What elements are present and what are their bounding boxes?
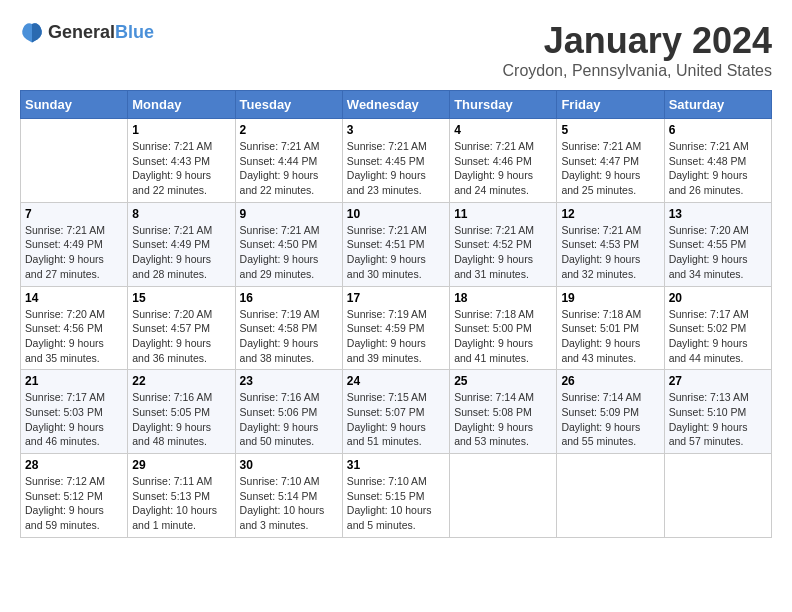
cell-info: Sunrise: 7:21 AMSunset: 4:44 PMDaylight:… [240, 139, 338, 198]
day-header-friday: Friday [557, 91, 664, 119]
cell-info: Sunrise: 7:21 AMSunset: 4:49 PMDaylight:… [25, 223, 123, 282]
calendar-cell: 5Sunrise: 7:21 AMSunset: 4:47 PMDaylight… [557, 119, 664, 203]
day-number: 13 [669, 207, 767, 221]
cell-info: Sunrise: 7:11 AMSunset: 5:13 PMDaylight:… [132, 474, 230, 533]
cell-info: Sunrise: 7:10 AMSunset: 5:14 PMDaylight:… [240, 474, 338, 533]
location-title: Croydon, Pennsylvania, United States [503, 62, 772, 80]
day-number: 8 [132, 207, 230, 221]
page-header: GeneralBlue January 2024 Croydon, Pennsy… [20, 20, 772, 80]
day-header-saturday: Saturday [664, 91, 771, 119]
calendar-cell: 2Sunrise: 7:21 AMSunset: 4:44 PMDaylight… [235, 119, 342, 203]
calendar-cell: 4Sunrise: 7:21 AMSunset: 4:46 PMDaylight… [450, 119, 557, 203]
cell-info: Sunrise: 7:21 AMSunset: 4:49 PMDaylight:… [132, 223, 230, 282]
calendar-cell: 13Sunrise: 7:20 AMSunset: 4:55 PMDayligh… [664, 202, 771, 286]
calendar-cell: 20Sunrise: 7:17 AMSunset: 5:02 PMDayligh… [664, 286, 771, 370]
logo: GeneralBlue [20, 20, 154, 44]
calendar-cell: 9Sunrise: 7:21 AMSunset: 4:50 PMDaylight… [235, 202, 342, 286]
calendar-cell: 25Sunrise: 7:14 AMSunset: 5:08 PMDayligh… [450, 370, 557, 454]
calendar-cell: 12Sunrise: 7:21 AMSunset: 4:53 PMDayligh… [557, 202, 664, 286]
calendar-cell [21, 119, 128, 203]
logo-text: GeneralBlue [48, 22, 154, 43]
calendar-cell: 31Sunrise: 7:10 AMSunset: 5:15 PMDayligh… [342, 454, 449, 538]
day-number: 19 [561, 291, 659, 305]
calendar-cell: 22Sunrise: 7:16 AMSunset: 5:05 PMDayligh… [128, 370, 235, 454]
day-number: 14 [25, 291, 123, 305]
day-number: 3 [347, 123, 445, 137]
calendar-cell: 6Sunrise: 7:21 AMSunset: 4:48 PMDaylight… [664, 119, 771, 203]
calendar-cell: 16Sunrise: 7:19 AMSunset: 4:58 PMDayligh… [235, 286, 342, 370]
cell-info: Sunrise: 7:21 AMSunset: 4:52 PMDaylight:… [454, 223, 552, 282]
cell-info: Sunrise: 7:17 AMSunset: 5:03 PMDaylight:… [25, 390, 123, 449]
day-number: 21 [25, 374, 123, 388]
calendar-cell [450, 454, 557, 538]
day-header-wednesday: Wednesday [342, 91, 449, 119]
day-number: 20 [669, 291, 767, 305]
calendar-cell: 7Sunrise: 7:21 AMSunset: 4:49 PMDaylight… [21, 202, 128, 286]
cell-info: Sunrise: 7:21 AMSunset: 4:45 PMDaylight:… [347, 139, 445, 198]
calendar-cell: 10Sunrise: 7:21 AMSunset: 4:51 PMDayligh… [342, 202, 449, 286]
calendar-cell: 11Sunrise: 7:21 AMSunset: 4:52 PMDayligh… [450, 202, 557, 286]
cell-info: Sunrise: 7:21 AMSunset: 4:51 PMDaylight:… [347, 223, 445, 282]
calendar-cell: 27Sunrise: 7:13 AMSunset: 5:10 PMDayligh… [664, 370, 771, 454]
week-row-1: 1Sunrise: 7:21 AMSunset: 4:43 PMDaylight… [21, 119, 772, 203]
calendar-cell: 15Sunrise: 7:20 AMSunset: 4:57 PMDayligh… [128, 286, 235, 370]
day-number: 2 [240, 123, 338, 137]
cell-info: Sunrise: 7:13 AMSunset: 5:10 PMDaylight:… [669, 390, 767, 449]
week-row-2: 7Sunrise: 7:21 AMSunset: 4:49 PMDaylight… [21, 202, 772, 286]
cell-info: Sunrise: 7:10 AMSunset: 5:15 PMDaylight:… [347, 474, 445, 533]
calendar-table: SundayMondayTuesdayWednesdayThursdayFrid… [20, 90, 772, 538]
calendar-cell [664, 454, 771, 538]
cell-info: Sunrise: 7:17 AMSunset: 5:02 PMDaylight:… [669, 307, 767, 366]
day-number: 1 [132, 123, 230, 137]
title-section: January 2024 Croydon, Pennsylvania, Unit… [503, 20, 772, 80]
week-row-4: 21Sunrise: 7:17 AMSunset: 5:03 PMDayligh… [21, 370, 772, 454]
cell-info: Sunrise: 7:21 AMSunset: 4:53 PMDaylight:… [561, 223, 659, 282]
day-number: 9 [240, 207, 338, 221]
day-number: 31 [347, 458, 445, 472]
calendar-cell: 3Sunrise: 7:21 AMSunset: 4:45 PMDaylight… [342, 119, 449, 203]
day-number: 11 [454, 207, 552, 221]
cell-info: Sunrise: 7:20 AMSunset: 4:57 PMDaylight:… [132, 307, 230, 366]
calendar-cell: 30Sunrise: 7:10 AMSunset: 5:14 PMDayligh… [235, 454, 342, 538]
calendar-cell: 18Sunrise: 7:18 AMSunset: 5:00 PMDayligh… [450, 286, 557, 370]
cell-info: Sunrise: 7:14 AMSunset: 5:08 PMDaylight:… [454, 390, 552, 449]
cell-info: Sunrise: 7:19 AMSunset: 4:59 PMDaylight:… [347, 307, 445, 366]
day-number: 30 [240, 458, 338, 472]
day-number: 15 [132, 291, 230, 305]
day-number: 25 [454, 374, 552, 388]
day-number: 17 [347, 291, 445, 305]
day-number: 24 [347, 374, 445, 388]
day-number: 28 [25, 458, 123, 472]
day-number: 12 [561, 207, 659, 221]
cell-info: Sunrise: 7:18 AMSunset: 5:00 PMDaylight:… [454, 307, 552, 366]
calendar-cell: 24Sunrise: 7:15 AMSunset: 5:07 PMDayligh… [342, 370, 449, 454]
cell-info: Sunrise: 7:16 AMSunset: 5:05 PMDaylight:… [132, 390, 230, 449]
cell-info: Sunrise: 7:20 AMSunset: 4:56 PMDaylight:… [25, 307, 123, 366]
week-row-3: 14Sunrise: 7:20 AMSunset: 4:56 PMDayligh… [21, 286, 772, 370]
day-number: 29 [132, 458, 230, 472]
day-number: 27 [669, 374, 767, 388]
day-header-thursday: Thursday [450, 91, 557, 119]
cell-info: Sunrise: 7:18 AMSunset: 5:01 PMDaylight:… [561, 307, 659, 366]
day-number: 7 [25, 207, 123, 221]
day-number: 6 [669, 123, 767, 137]
cell-info: Sunrise: 7:12 AMSunset: 5:12 PMDaylight:… [25, 474, 123, 533]
cell-info: Sunrise: 7:21 AMSunset: 4:47 PMDaylight:… [561, 139, 659, 198]
calendar-cell: 1Sunrise: 7:21 AMSunset: 4:43 PMDaylight… [128, 119, 235, 203]
day-number: 10 [347, 207, 445, 221]
calendar-cell: 26Sunrise: 7:14 AMSunset: 5:09 PMDayligh… [557, 370, 664, 454]
day-number: 23 [240, 374, 338, 388]
calendar-cell: 28Sunrise: 7:12 AMSunset: 5:12 PMDayligh… [21, 454, 128, 538]
cell-info: Sunrise: 7:14 AMSunset: 5:09 PMDaylight:… [561, 390, 659, 449]
month-title: January 2024 [503, 20, 772, 62]
calendar-cell: 29Sunrise: 7:11 AMSunset: 5:13 PMDayligh… [128, 454, 235, 538]
day-number: 5 [561, 123, 659, 137]
day-number: 18 [454, 291, 552, 305]
calendar-cell [557, 454, 664, 538]
day-header-sunday: Sunday [21, 91, 128, 119]
week-row-5: 28Sunrise: 7:12 AMSunset: 5:12 PMDayligh… [21, 454, 772, 538]
logo-general: General [48, 22, 115, 42]
cell-info: Sunrise: 7:21 AMSunset: 4:43 PMDaylight:… [132, 139, 230, 198]
day-number: 22 [132, 374, 230, 388]
day-number: 16 [240, 291, 338, 305]
